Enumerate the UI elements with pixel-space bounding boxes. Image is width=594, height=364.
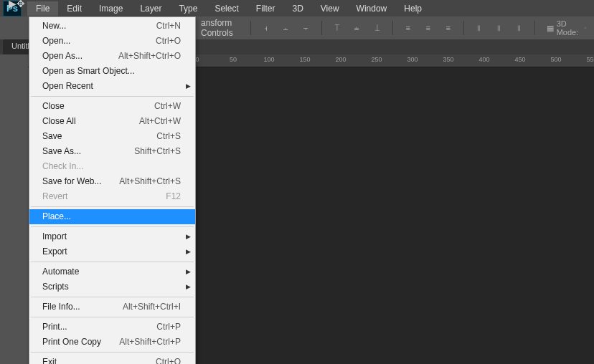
file-menu-print[interactable]: Print...Ctrl+P <box>29 320 195 335</box>
file-menu-dropdown: New...Ctrl+NOpen...Ctrl+OOpen As...Alt+S… <box>29 16 196 364</box>
menu-separator <box>31 352 194 353</box>
file-menu-scripts[interactable]: Scripts▶ <box>29 279 195 294</box>
file-menu-exit[interactable]: ExitCtrl+Q <box>29 355 195 364</box>
menu-item-label: Open as Smart Object... <box>42 66 135 77</box>
options-label: ansform Controls <box>201 18 233 38</box>
align-right-edges-icon[interactable]: ⫟ <box>300 21 313 34</box>
menu-type[interactable]: Type <box>170 1 206 16</box>
ruler-h-tick: 50 <box>230 56 237 63</box>
file-menu-import[interactable]: Import▶ <box>29 229 195 244</box>
menu-separator <box>31 96 194 97</box>
menu-item-label: Check In... <box>42 161 83 172</box>
menu-item-shortcut: Ctrl+S <box>156 131 181 142</box>
file-menu-save-as[interactable]: Save As...Shift+Ctrl+S <box>29 144 195 159</box>
ruler-h-tick: 100 <box>263 56 274 63</box>
distribute-vertical-icon[interactable]: ≡ <box>422 21 435 34</box>
menu-item-label: Open Recent <box>42 81 93 92</box>
align-top-edges-icon[interactable]: ⟙ <box>331 21 344 34</box>
menu-item-label: Open... <box>42 36 70 47</box>
distribute-horizontal-icon[interactable]: ⦀ <box>493 21 506 34</box>
align-bottom-edges-icon[interactable]: ⟘ <box>371 21 384 34</box>
menu-separator <box>31 317 194 317</box>
file-menu-check-in: Check In... <box>29 159 195 174</box>
menu-window[interactable]: Window <box>348 1 396 16</box>
menu-edit[interactable]: Edit <box>58 1 90 16</box>
auto-align-icon[interactable]: ▦ <box>544 21 557 34</box>
ruler-h-tick: 550 <box>586 56 594 63</box>
align-left-edges-icon[interactable]: ⫞ <box>260 21 273 34</box>
file-menu-open-as[interactable]: Open As...Alt+Shift+Ctrl+O <box>29 49 195 64</box>
file-menu-revert: RevertF12 <box>29 189 195 204</box>
options-separator <box>250 21 251 35</box>
menu-item-label: File Info... <box>42 302 80 312</box>
ruler-h-tick: 400 <box>478 56 489 63</box>
menu-file[interactable]: File <box>27 1 58 16</box>
menu-item-shortcut: Ctrl+O <box>156 36 181 47</box>
submenu-arrow-icon: ▶ <box>186 231 191 242</box>
options-separator <box>392 21 393 35</box>
menu-item-shortcut: Alt+Shift+Ctrl+O <box>118 51 181 62</box>
menu-item-shortcut: Alt+Shift+Ctrl+S <box>119 176 181 187</box>
menu-item-label: Save <box>42 131 62 142</box>
distribute-top-icon[interactable]: ≡ <box>402 21 415 34</box>
distribute-right-icon[interactable]: ⦀ <box>513 21 526 34</box>
distribute-bottom-icon[interactable]: ≡ <box>442 21 455 34</box>
file-menu-print-one-copy[interactable]: Print One CopyAlt+Shift+Ctrl+P <box>29 335 195 350</box>
menu-filter[interactable]: Filter <box>248 1 284 16</box>
orbit-3d-icon[interactable] <box>584 23 587 33</box>
menu-item-shortcut: Ctrl+P <box>156 322 181 332</box>
menu-item-label: Save for Web... <box>42 176 101 187</box>
file-menu-close[interactable]: CloseCtrl+W <box>29 99 195 114</box>
options-separator <box>534 21 535 35</box>
menu-3d[interactable]: 3D <box>283 1 311 16</box>
menu-item-shortcut: Shift+Ctrl+S <box>134 146 181 157</box>
menu-item-label: Open As... <box>42 51 82 62</box>
menu-item-shortcut: Alt+Shift+Ctrl+P <box>119 337 181 348</box>
submenu-arrow-icon: ▶ <box>186 246 191 257</box>
file-menu-open-recent[interactable]: Open Recent▶ <box>29 79 195 94</box>
file-menu-automate[interactable]: Automate▶ <box>29 264 195 279</box>
file-menu-file-info[interactable]: File Info...Alt+Shift+Ctrl+I <box>29 300 195 315</box>
submenu-arrow-icon: ▶ <box>186 267 191 277</box>
align-vertical-centers-icon[interactable]: ⫨ <box>351 21 364 34</box>
menu-item-label: Scripts <box>42 282 69 292</box>
menu-item-label: Place... <box>42 211 71 222</box>
menu-item-shortcut: Ctrl+Q <box>156 357 181 364</box>
menu-image[interactable]: Image <box>90 1 131 16</box>
menu-item-shortcut: Alt+Shift+Ctrl+I <box>123 302 181 312</box>
menu-view[interactable]: View <box>312 1 348 16</box>
menu-item-shortcut: Ctrl+N <box>156 21 181 32</box>
ruler-h-tick: 450 <box>514 56 525 63</box>
distribute-left-icon[interactable]: ⦀ <box>473 21 486 34</box>
align-horizontal-centers-icon[interactable]: ⫠ <box>280 21 293 34</box>
submenu-arrow-icon: ▶ <box>186 282 191 292</box>
file-menu-close-all[interactable]: Close AllAlt+Ctrl+W <box>29 114 195 129</box>
menu-item-label: Close All <box>42 116 76 127</box>
submenu-arrow-icon: ▶ <box>186 81 191 92</box>
menu-layer[interactable]: Layer <box>131 1 170 16</box>
move-tool-icon[interactable]: ▶✥ <box>9 0 25 9</box>
menu-item-label: Revert <box>42 191 67 202</box>
file-menu-save[interactable]: SaveCtrl+S <box>29 129 195 144</box>
ruler-h-tick: 150 <box>299 56 310 63</box>
menu-help[interactable]: Help <box>395 1 430 16</box>
menu-item-label: Print One Copy <box>42 337 101 348</box>
file-menu-open-as-smart-object[interactable]: Open as Smart Object... <box>29 64 195 79</box>
menu-item-shortcut: Ctrl+W <box>154 101 181 112</box>
menu-item-label: Save As... <box>42 146 81 157</box>
menu-item-shortcut: Alt+Ctrl+W <box>139 116 181 127</box>
ruler-h-tick: 250 <box>371 56 382 63</box>
menu-separator <box>31 226 194 227</box>
file-menu-save-for-web[interactable]: Save for Web...Alt+Shift+Ctrl+S <box>29 174 195 189</box>
svg-point-1 <box>586 27 587 28</box>
file-menu-export[interactable]: Export▶ <box>29 244 195 259</box>
menu-item-label: Import <box>42 231 67 242</box>
menu-item-label: Close <box>42 101 65 112</box>
file-menu-open[interactable]: Open...Ctrl+O <box>29 34 195 49</box>
ruler-h-tick: 300 <box>407 56 418 63</box>
menu-item-shortcut: F12 <box>166 191 181 202</box>
file-menu-place[interactable]: Place... <box>29 209 195 224</box>
menu-separator <box>31 297 194 297</box>
menu-select[interactable]: Select <box>206 1 247 16</box>
file-menu-new[interactable]: New...Ctrl+N <box>29 19 195 34</box>
